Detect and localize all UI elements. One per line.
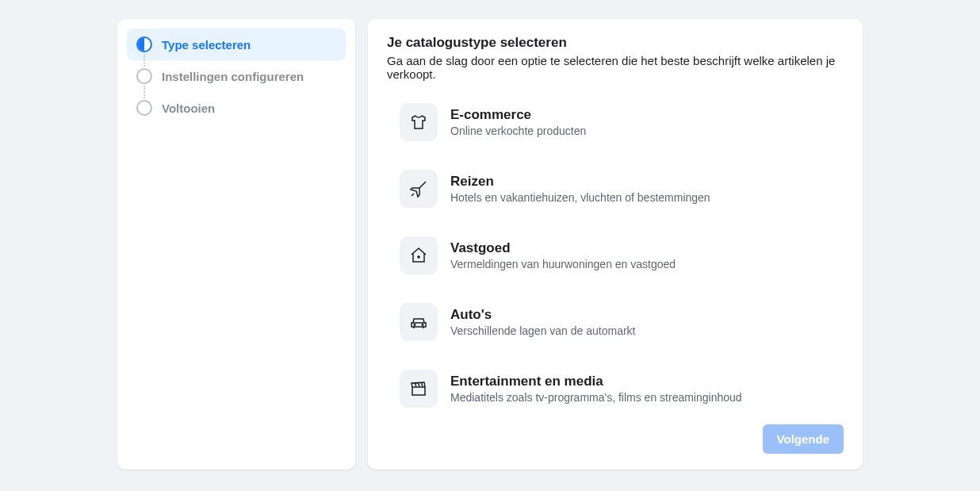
option-title: Vastgoed [450, 240, 676, 256]
car-icon [400, 303, 438, 341]
tshirt-icon [400, 103, 438, 141]
option-travel[interactable]: Reizen Hotels en vakantiehuizen, vluchte… [400, 170, 844, 208]
option-desc: Mediatitels zoals tv-programma's, films … [450, 391, 742, 404]
option-entertainment[interactable]: Entertainment en media Mediatitels zoals… [400, 370, 844, 408]
catalog-type-options: E-commerce Online verkochte producten Re… [387, 103, 844, 409]
page-subtitle: Ga aan de slag door een optie te selecte… [387, 54, 844, 81]
step-configure-settings[interactable]: Instellingen configureren [127, 60, 346, 92]
option-desc: Online verkochte producten [450, 125, 586, 137]
option-auto[interactable]: Auto's Verschillende lagen van de automa… [400, 303, 844, 341]
option-ecommerce[interactable]: E-commerce Online verkochte producten [400, 103, 844, 141]
step-label: Instellingen configureren [162, 70, 304, 83]
progress-icon [136, 36, 152, 52]
sidebar: Type selecteren Instellingen configurere… [117, 19, 355, 470]
main-panel: Je catalogustype selecteren Ga aan de sl… [368, 19, 863, 470]
step-type-select[interactable]: Type selecteren [127, 29, 346, 60]
step-finish[interactable]: Voltooien [127, 92, 346, 124]
svg-point-1 [422, 324, 423, 326]
option-title: Auto's [450, 307, 635, 323]
step-connector [144, 86, 145, 98]
house-icon [400, 236, 438, 274]
option-desc: Hotels en vakantiehuizen, vluchten of be… [450, 191, 710, 204]
circle-icon [136, 68, 152, 84]
step-label: Voltooien [162, 102, 215, 115]
option-realestate[interactable]: Vastgoed Vermeldingen van huurwoningen e… [400, 236, 844, 274]
option-title: Reizen [450, 174, 710, 190]
option-title: E-commerce [450, 107, 586, 123]
step-label: Type selecteren [162, 38, 251, 52]
option-desc: Vermeldingen van huurwoningen en vastgoe… [450, 258, 676, 270]
step-connector [144, 54, 145, 67]
next-button[interactable]: Volgende [763, 424, 844, 454]
circle-icon [136, 100, 152, 116]
option-title: Entertainment en media [450, 374, 742, 389]
clapperboard-icon [400, 370, 438, 408]
option-desc: Verschillende lagen van de automarkt [450, 324, 635, 337]
airplane-icon [400, 170, 438, 208]
svg-point-0 [414, 324, 415, 326]
page-title: Je catalogustype selecteren [387, 35, 844, 51]
footer: Volgende [387, 424, 844, 454]
